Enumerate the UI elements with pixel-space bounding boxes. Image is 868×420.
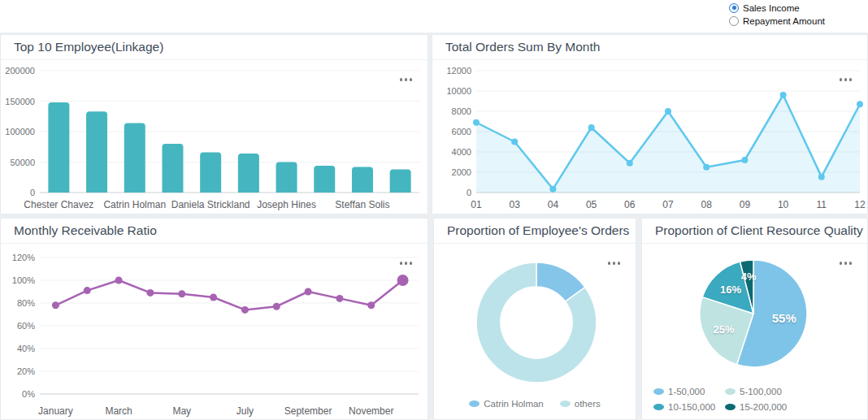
x-axis-tick-label: 07 (662, 199, 674, 210)
data-point[interactable] (511, 139, 518, 145)
data-point[interactable] (273, 303, 280, 310)
legend-label: 15-200,000 (740, 402, 787, 412)
data-point[interactable] (178, 290, 185, 297)
x-axis-category-label: Daniela Strickland (171, 199, 250, 210)
y-axis-tick-label: 100000 (5, 127, 35, 136)
slice-data-label: 4% (741, 271, 757, 283)
x-axis-tick-label: March (105, 405, 132, 417)
slice-data-label: 55% (772, 311, 796, 325)
bar[interactable] (314, 166, 335, 193)
bar[interactable] (86, 111, 107, 193)
legend-item[interactable]: 15-200,000 (725, 402, 796, 412)
employee-orders-donut-canvas (434, 244, 636, 419)
radio-button-icon (729, 16, 739, 26)
x-axis-category-label: Chester Chavez (24, 199, 93, 210)
legend-label: 1-50,000 (668, 387, 705, 396)
x-axis-category-label: Catrin Holman (103, 199, 166, 210)
legend-item[interactable]: Catrin Holman (469, 399, 544, 409)
panel-employee-orders: Proportion of Employee's Orders Catrin H… (433, 218, 636, 420)
data-point[interactable] (780, 92, 787, 98)
legend-item[interactable]: 10-150,000 (653, 402, 725, 412)
y-axis-tick-label: 200000 (5, 66, 35, 76)
employee-orders-donut-chart (434, 244, 637, 420)
panel-header: Total Orders Sum By Month (432, 35, 867, 60)
orders-line-chart-canvas: 0200040006000800010000120000103040506070… (432, 60, 867, 214)
bar[interactable] (162, 144, 183, 193)
panel-title: Total Orders Sum By Month (445, 40, 600, 54)
data-point[interactable] (84, 287, 91, 294)
legend-label: Catrin Holman (484, 399, 544, 409)
radio-button-icon (729, 3, 739, 13)
data-point[interactable] (588, 124, 595, 131)
data-point[interactable] (305, 288, 312, 296)
panel-title: Top 10 Employee(Linkage) (14, 40, 163, 54)
bar[interactable] (48, 102, 69, 193)
data-point[interactable] (397, 275, 409, 286)
x-axis-tick-label: September (284, 405, 332, 417)
ellipsis-menu-icon[interactable] (837, 259, 855, 267)
radio-sales-income[interactable]: Sales Income (729, 2, 825, 14)
data-point[interactable] (367, 301, 375, 309)
data-point[interactable] (473, 119, 480, 126)
data-point[interactable] (336, 295, 343, 302)
legend-item[interactable]: 1-50,000 (653, 387, 725, 396)
y-axis-tick-label: 8000 (452, 106, 471, 116)
y-axis-tick-label: 120% (12, 253, 35, 262)
ellipsis-menu-icon[interactable] (397, 259, 415, 267)
y-axis-tick-label: 100% (12, 275, 35, 285)
donut-legend: Catrin Holmanothers (434, 399, 636, 409)
y-axis-tick-label: 0 (467, 188, 471, 197)
x-axis-tick-label: 01 (471, 199, 482, 210)
bar[interactable] (200, 153, 221, 193)
y-axis-tick-label: 10000 (446, 86, 471, 96)
x-axis-tick-label: 12 (854, 199, 866, 210)
x-axis-tick-label: 06 (624, 199, 636, 210)
orders-line-chart: 0200040006000800010000120000103040506070… (432, 60, 868, 214)
legend-swatch-icon (725, 404, 736, 410)
data-point[interactable] (115, 277, 123, 284)
bar[interactable] (352, 167, 373, 193)
data-point[interactable] (818, 174, 825, 180)
radio-label: Repayment Amount (743, 16, 825, 26)
ellipsis-menu-icon[interactable] (605, 259, 623, 267)
bar[interactable] (276, 162, 297, 193)
x-axis-tick-label: January (38, 405, 73, 417)
x-axis-tick-label: 09 (740, 199, 751, 210)
panel-receivable-ratio: Monthly Receivable Ratio 0%20%40%60%80%1… (0, 218, 428, 420)
data-point[interactable] (627, 160, 633, 167)
data-point[interactable] (241, 306, 249, 314)
top10-bar-chart: 050000100000150000200000Chester ChavezCa… (1, 60, 427, 214)
bar[interactable] (238, 154, 259, 193)
data-point[interactable] (549, 186, 556, 193)
legend-swatch-icon (653, 404, 664, 410)
ellipsis-menu-icon[interactable] (837, 76, 855, 84)
y-axis-tick-label: 50000 (10, 158, 35, 167)
panel-client-quality: Proportion of Client Resource Quality 55… (641, 218, 868, 420)
pie-legend: 1-50,0005-100,00010-150,00015-200,000 (653, 387, 864, 412)
data-point[interactable] (52, 301, 59, 309)
top10-bar-chart-canvas: 050000100000150000200000Chester ChavezCa… (1, 60, 427, 214)
data-point[interactable] (210, 294, 217, 301)
data-point[interactable] (857, 101, 863, 107)
x-axis-tick-label: 08 (701, 199, 713, 210)
data-point[interactable] (703, 164, 710, 171)
radio-repayment-amount[interactable]: Repayment Amount (729, 15, 825, 27)
metric-radio-group: Sales Income Repayment Amount (729, 2, 825, 27)
top-toolbar: Sales Income Repayment Amount (0, 0, 868, 32)
x-axis-tick-label: 05 (586, 199, 597, 210)
legend-item[interactable]: 5-100,000 (725, 387, 796, 396)
x-axis-category-label: Steffan Solis (335, 199, 389, 210)
x-axis-tick-label: May (172, 405, 191, 417)
legend-item[interactable]: others (560, 399, 601, 409)
legend-swatch-icon (725, 388, 736, 395)
ellipsis-menu-icon[interactable] (397, 76, 415, 84)
x-axis-category-label: Joseph Hines (257, 199, 316, 210)
data-point[interactable] (741, 157, 748, 163)
bar[interactable] (124, 123, 145, 193)
y-axis-tick-label: 40% (17, 344, 35, 353)
data-point[interactable] (146, 289, 154, 297)
data-point[interactable] (665, 108, 671, 115)
panel-title: Monthly Receivable Ratio (14, 223, 157, 238)
panel-total-orders: Total Orders Sum By Month 02000400060008… (432, 34, 868, 214)
bar[interactable] (390, 170, 411, 193)
